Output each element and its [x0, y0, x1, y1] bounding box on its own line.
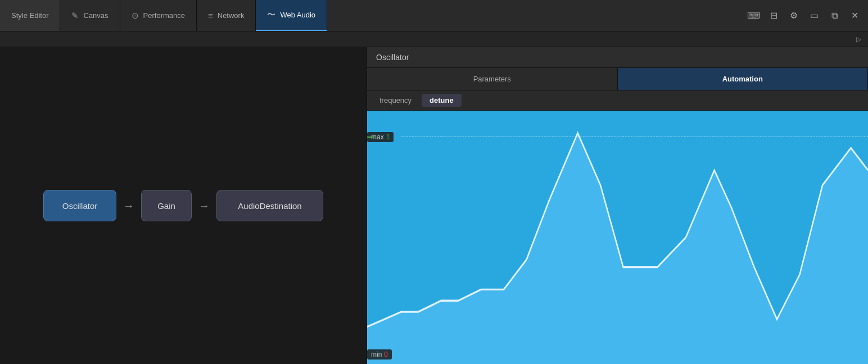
tab-web-audio[interactable]: 〜 Web Audio [256, 0, 327, 31]
close-button[interactable]: ✕ [846, 7, 864, 25]
console-icon: ⌨ [747, 10, 760, 21]
close-icon: ✕ [851, 10, 858, 21]
detach-button[interactable]: ⧉ [825, 7, 843, 25]
tab-spacer [327, 0, 740, 31]
sub-tabs: frequency detune [367, 90, 868, 111]
expand-button[interactable]: ▷ [852, 33, 865, 46]
tab-bar: Style Editor ✎ Canvas ⊙ Performance ≡ Ne… [0, 0, 868, 31]
subheader: ▷ [0, 31, 868, 47]
subtab-detune[interactable]: detune [422, 94, 462, 107]
canvas-label: Canvas [83, 11, 108, 20]
arrow-gain-dest: → [192, 199, 216, 212]
tab-performance[interactable]: ⊙ Performance [120, 0, 197, 31]
min-label: min 0 [367, 349, 392, 360]
subtab-frequency[interactable]: frequency [372, 94, 419, 107]
inspect-icon: ⊟ [770, 10, 777, 21]
oscillator-label: Oscillator [62, 201, 98, 211]
audio-destination-label: AudioDestination [238, 201, 301, 211]
web-audio-icon: 〜 [267, 10, 275, 20]
network-icon: ≡ [208, 11, 213, 20]
tab-network[interactable]: ≡ Network [197, 0, 256, 31]
expand-icon: ▷ [856, 35, 861, 43]
param-tabs: Parameters Automation [367, 68, 868, 90]
max-value: 1 [386, 133, 390, 141]
waveform-chart [367, 111, 868, 364]
settings-button[interactable]: ⚙ [785, 7, 803, 25]
max-dashed-line [401, 136, 868, 137]
network-label: Network [218, 11, 245, 20]
gain-label: Gain [157, 201, 175, 211]
arrow-oscillator-gain: → [116, 199, 141, 212]
tab-automation[interactable]: Automation [618, 68, 869, 90]
style-editor-label: Style Editor [11, 11, 48, 20]
tab-canvas[interactable]: ✎ Canvas [60, 0, 120, 31]
settings-icon: ⚙ [790, 10, 798, 21]
detach-icon: ⧉ [831, 11, 838, 21]
sidebar-toggle-button[interactable]: ▭ [805, 7, 823, 25]
main-content: Oscillator → Gain → AudioDestination Osc… [0, 47, 868, 364]
web-audio-label: Web Audio [280, 11, 315, 19]
panel-title: Oscillator [367, 47, 868, 68]
console-button[interactable]: ⌨ [744, 7, 762, 25]
node-graph-panel: Oscillator → Gain → AudioDestination [0, 47, 367, 364]
oscillator-node[interactable]: Oscillator [43, 190, 116, 221]
right-panel: Oscillator Parameters Automation frequen… [367, 47, 868, 364]
min-value: 0 [384, 351, 388, 358]
gain-node[interactable]: Gain [141, 190, 192, 221]
tab-parameters[interactable]: Parameters [367, 68, 618, 90]
performance-label: Performance [143, 11, 185, 20]
sidebar-icon: ▭ [810, 10, 819, 21]
max-tick [367, 136, 374, 138]
toolbar-icons: ⌨ ⊟ ⚙ ▭ ⧉ ✕ [740, 0, 868, 31]
audio-destination-node[interactable]: AudioDestination [216, 190, 323, 221]
tab-style-editor[interactable]: Style Editor [0, 0, 60, 31]
canvas-icon: ✎ [71, 11, 79, 21]
node-graph: Oscillator → Gain → AudioDestination [43, 190, 323, 221]
performance-icon: ⊙ [132, 11, 139, 21]
inspect-button[interactable]: ⊟ [765, 7, 783, 25]
chart-area: max 1 min 0 [367, 111, 868, 364]
